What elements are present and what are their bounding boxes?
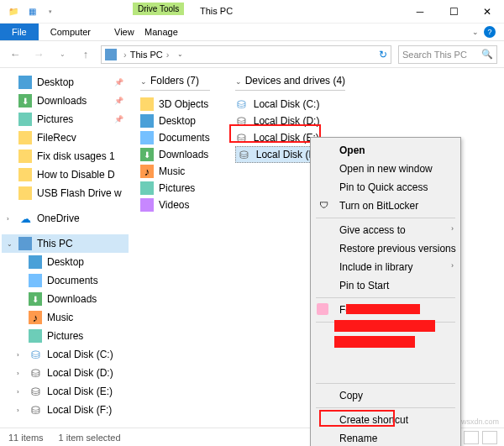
ctx-copy[interactable]: Copy: [312, 386, 459, 405]
minimize-button[interactable]: ─: [403, 0, 437, 24]
disk-icon: ⛁: [235, 97, 249, 111]
properties-icon[interactable]: ▦: [25, 5, 39, 18]
recent-dropdown-icon[interactable]: ⌄: [54, 50, 71, 58]
folder-item[interactable]: 3D Objects: [140, 96, 210, 113]
folder-item[interactable]: Pictures: [140, 180, 210, 197]
desktop-icon: [140, 114, 154, 128]
file-tab[interactable]: File: [0, 24, 39, 40]
nav-onedrive[interactable]: ›☁OneDrive: [2, 209, 129, 228]
ctx-open-new-window[interactable]: Open in new window: [312, 160, 459, 178]
ctx-rename[interactable]: Rename: [312, 429, 459, 446]
expand-ribbon-icon[interactable]: ⌄: [472, 28, 479, 36]
chevron-right-icon[interactable]: ›: [17, 407, 19, 414]
folders-section: ⌄Folders (7) 3D Objects Desktop Document…: [140, 75, 210, 421]
help-icon[interactable]: ?: [484, 26, 496, 38]
status-selected-count: 1 item selected: [59, 433, 121, 443]
nav-thispc-desktop[interactable]: Desktop: [2, 253, 129, 271]
folder-item[interactable]: Videos: [140, 197, 210, 213]
nav-folder[interactable]: How to Disable D: [2, 165, 129, 184]
nav-thispc-pictures[interactable]: Pictures: [2, 327, 129, 345]
forward-button[interactable]: →: [30, 48, 47, 60]
chevron-right-icon: ›: [451, 261, 454, 270]
nav-thispc-documents[interactable]: Documents: [2, 271, 129, 290]
ctx-open[interactable]: Open: [312, 141, 459, 160]
chevron-down-icon[interactable]: ⌄: [7, 240, 13, 248]
ctx-redacted[interactable]: [312, 362, 459, 380]
address-bar[interactable]: › This PC › ⌄ ↻: [101, 45, 391, 64]
ctx-pin-start[interactable]: Pin to Start: [312, 276, 459, 295]
chevron-right-icon[interactable]: ›: [7, 215, 9, 223]
tab-computer[interactable]: Computer: [39, 24, 102, 40]
tab-manage[interactable]: Manage: [133, 24, 190, 40]
drives-header[interactable]: ⌄Devices and drives (4): [235, 75, 345, 91]
drive-tools-contextual-tab: Drive Tools: [133, 3, 184, 15]
nav-thispc[interactable]: ⌄This PC: [2, 234, 129, 253]
drive-item[interactable]: ⛁Local Disk (C:): [235, 96, 345, 113]
search-placeholder: Search This PC: [402, 50, 467, 60]
nav-thispc-downloads[interactable]: ⬇Downloads: [2, 290, 129, 308]
nav-pictures[interactable]: Pictures: [2, 110, 129, 129]
close-button[interactable]: ✕: [470, 0, 504, 24]
navigation-pane: Desktop ⬇Downloads Pictures FileRecv Fix…: [0, 68, 130, 428]
nav-thispc-disk-c[interactable]: ›⛁Local Disk (C:): [2, 345, 129, 364]
documents-icon: [29, 274, 42, 287]
nav-folder[interactable]: USB Flash Drive w: [2, 184, 129, 202]
maximize-button[interactable]: ☐: [437, 0, 470, 24]
separator: [316, 383, 455, 384]
pictures-icon: [29, 329, 42, 343]
nav-thispc-music[interactable]: ♪Music: [2, 308, 129, 327]
nav-thispc-disk-d[interactable]: ›⛁Local Disk (D:): [2, 364, 129, 382]
quick-access-toolbar: 📁 ▦ ▾: [0, 5, 64, 18]
ctx-create-shortcut[interactable]: Create shortcut: [312, 411, 459, 429]
folder-icon: [18, 168, 32, 181]
nav-downloads[interactable]: ⬇Downloads: [2, 92, 129, 110]
disk-icon: ⛁: [235, 131, 249, 144]
folder-item[interactable]: Documents: [140, 129, 210, 146]
nav-thispc-disk-e[interactable]: ›⛁Local Disk (E:): [2, 382, 129, 401]
refresh-icon[interactable]: ↻: [379, 49, 387, 60]
ctx-include-library[interactable]: Include in library›: [312, 258, 459, 276]
qat-dropdown-icon[interactable]: ▾: [44, 5, 57, 18]
address-dropdown-icon[interactable]: ⌄: [177, 50, 183, 58]
nav-folder[interactable]: Fix disk usages 1: [2, 147, 129, 165]
search-input[interactable]: Search This PC 🔍: [398, 45, 497, 64]
redacted-icon: [317, 303, 328, 315]
nav-desktop[interactable]: Desktop: [2, 73, 129, 92]
folder-icon: [18, 131, 32, 144]
icons-view-button[interactable]: [482, 431, 497, 444]
folders-header[interactable]: ⌄Folders (7): [140, 75, 210, 91]
chevron-right-icon[interactable]: ›: [163, 50, 173, 60]
watermark: wsxdn.com: [461, 417, 499, 426]
ctx-give-access[interactable]: Give access to›: [312, 221, 459, 239]
redacted-block: [334, 336, 415, 348]
chevron-right-icon: ›: [451, 224, 454, 233]
up-button[interactable]: ↑: [77, 48, 94, 60]
desktop-icon: [18, 76, 32, 89]
chevron-right-icon[interactable]: ›: [17, 351, 19, 359]
ctx-restore-versions[interactable]: Restore previous versions: [312, 239, 459, 258]
nav-filerecv[interactable]: FileRecv: [2, 129, 129, 147]
folder-icon: [18, 186, 32, 200]
drive-item[interactable]: ⛁Local Disk (D:): [235, 113, 345, 129]
folder-item[interactable]: ⬇Downloads: [140, 146, 210, 163]
folder-item[interactable]: ♪Music: [140, 163, 210, 180]
ctx-bitlocker[interactable]: 🛡Turn on BitLocker: [312, 197, 459, 215]
folder-icon: [140, 97, 154, 111]
redacted-block: [346, 304, 420, 314]
details-view-button[interactable]: [464, 431, 479, 444]
chevron-down-icon: ⌄: [235, 77, 242, 86]
separator: [316, 218, 455, 218]
folder-item[interactable]: Desktop: [140, 113, 210, 129]
back-button[interactable]: ←: [7, 48, 24, 60]
chevron-right-icon[interactable]: ›: [120, 50, 130, 60]
pictures-icon: [140, 181, 154, 195]
ctx-pin-quick-access[interactable]: Pin to Quick access: [312, 178, 459, 197]
chevron-right-icon[interactable]: ›: [17, 388, 19, 396]
breadcrumb-thispc[interactable]: This PC: [130, 50, 163, 60]
explorer-icon: 📁: [7, 5, 20, 18]
nav-thispc-disk-f[interactable]: ›⛁Local Disk (F:): [2, 401, 129, 419]
pc-icon: [105, 49, 117, 60]
downloads-icon: ⬇: [29, 292, 42, 306]
chevron-right-icon[interactable]: ›: [17, 370, 19, 377]
disk-icon: ⛁: [235, 114, 249, 128]
